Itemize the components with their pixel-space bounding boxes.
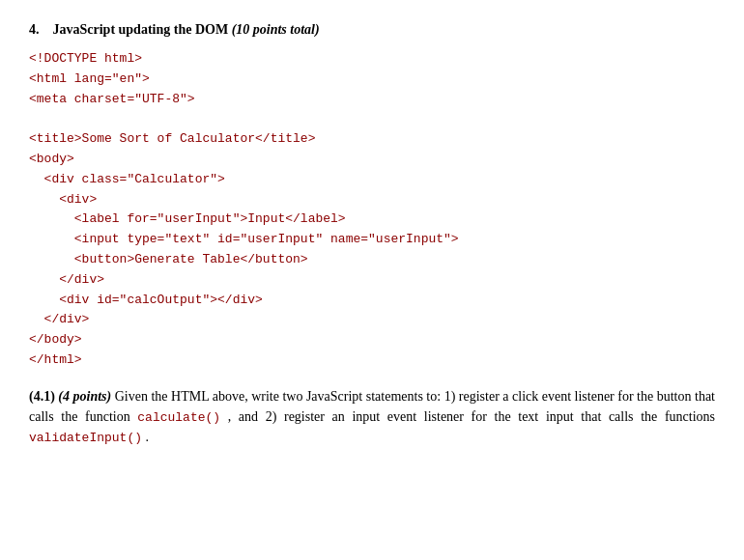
sub-q-41-label: (4.1) <box>29 389 55 404</box>
question-header: 4. JavaScript updating the DOM (10 point… <box>29 19 715 40</box>
sub-q-41-code-1: calculate() <box>137 410 220 425</box>
sub-question-41: (4.1) (4 points) Given the HTML above, w… <box>29 386 715 448</box>
sub-q-41-text-middle: , and 2) register an input event listene… <box>228 409 715 424</box>
question-points: (10 points total) <box>232 22 320 37</box>
sub-q-41-text-after: . <box>146 430 150 444</box>
answer-space-41 <box>29 448 715 525</box>
sub-q-41-code-2: validateInput() <box>29 431 142 445</box>
question-number: 4. <box>29 22 40 37</box>
code-block: <!DOCTYPE html> <html lang="en"> <meta c… <box>29 49 715 371</box>
sub-q-41-points: (4 points) <box>58 389 111 404</box>
question-title: JavaScript updating the DOM <box>53 22 229 37</box>
